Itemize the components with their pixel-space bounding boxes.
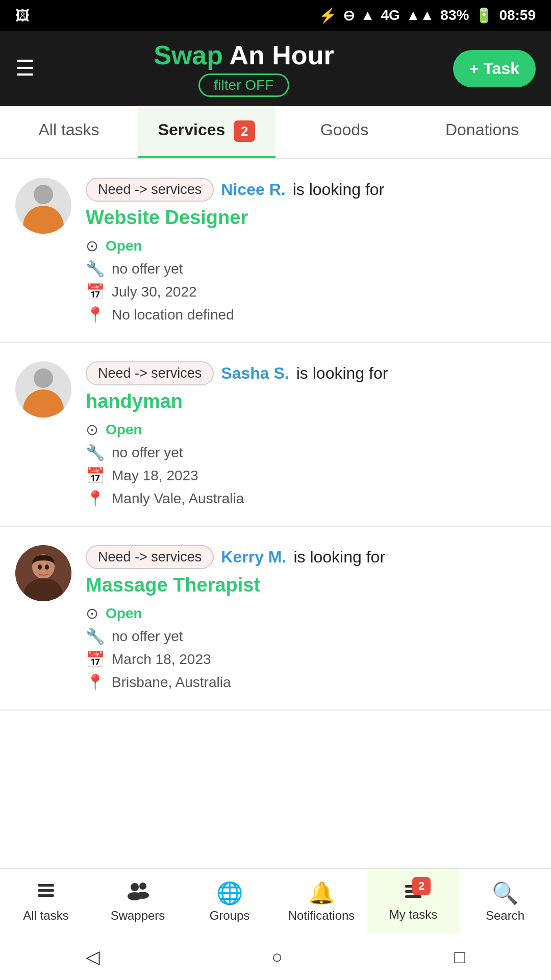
services-badge: 2 [234, 120, 255, 142]
task-title: Website Designer [86, 207, 536, 229]
clock-icon: ⊙ [86, 604, 98, 622]
dnd-icon: ⊖ [343, 7, 355, 24]
svg-rect-7 [38, 894, 54, 897]
task-title: Massage Therapist [86, 574, 536, 596]
nav-my-tasks[interactable]: 2 My tasks [367, 869, 459, 934]
notifications-icon: 🔔 [308, 880, 335, 905]
task-item[interactable]: Need -> services Nicee R. is looking for… [0, 159, 551, 343]
header-center: Swap An Hour filter OFF [154, 40, 334, 97]
looking-text: is looking for [293, 548, 385, 567]
user-name: Kerry M. [221, 548, 286, 567]
looking-text: is looking for [296, 364, 388, 383]
battery-icon: 🔋 [475, 7, 493, 24]
status-row: ⊙ Open [86, 604, 536, 622]
recent-button[interactable]: □ [454, 946, 465, 968]
date-row: 📅 March 18, 2023 [86, 650, 536, 668]
need-badge: Need -> services [86, 361, 214, 385]
svg-point-3 [38, 565, 42, 570]
app-title: Swap An Hour [154, 40, 334, 70]
avatar [15, 361, 71, 418]
task-item[interactable]: Need -> services Sasha S. is looking for… [0, 343, 551, 527]
nav-all-tasks[interactable]: All tasks [0, 869, 92, 934]
header: ☰ Swap An Hour filter OFF + Task [0, 31, 551, 106]
status-row: ⊙ Open [86, 237, 536, 255]
nav-notifications-label: Notifications [288, 909, 355, 923]
status-text: Open [106, 422, 142, 438]
date-row: 📅 July 30, 2022 [86, 283, 536, 301]
offer-row: 🔧 no offer yet [86, 627, 536, 645]
nav-search-label: Search [486, 909, 524, 923]
back-button[interactable]: ◁ [86, 946, 100, 968]
signal-text: 4G [381, 7, 400, 23]
svg-rect-14 [405, 895, 421, 898]
svg-rect-5 [38, 884, 54, 887]
title-rest: An Hour [223, 40, 334, 70]
tab-donations-label: Donations [445, 120, 519, 139]
bottom-nav: All tasks Swappers 🌐 Groups 🔔 Notificati… [0, 868, 551, 934]
nav-notifications[interactable]: 🔔 Notifications [276, 869, 367, 934]
all-tasks-icon [36, 880, 56, 905]
search-icon: 🔍 [492, 880, 518, 905]
android-nav-bar: ◁ ○ □ [0, 934, 551, 980]
tab-services[interactable]: Services 2 [138, 106, 276, 158]
user-name: Nicee R. [221, 180, 285, 199]
groups-icon: 🌐 [216, 880, 243, 905]
user-name: Sasha S. [221, 364, 289, 383]
svg-point-4 [45, 565, 49, 570]
nav-search[interactable]: 🔍 Search [459, 869, 551, 934]
photo-icon: 🖼 [15, 7, 30, 24]
tab-goods[interactable]: Goods [276, 106, 413, 158]
location-row: 📍 Brisbane, Australia [86, 673, 536, 691]
svg-rect-6 [38, 889, 54, 892]
battery-text: 83% [440, 7, 469, 23]
clock-icon: ⊙ [86, 421, 98, 438]
offer-row: 🔧 no offer yet [86, 260, 536, 278]
status-left: 🖼 [15, 7, 30, 24]
my-tasks-badge-container: 2 [403, 881, 423, 904]
home-button[interactable]: ○ [271, 946, 283, 968]
time: 08:59 [499, 7, 536, 23]
need-badge: Need -> services [86, 178, 214, 202]
status-bar: 🖼 ⚡ ⊖ ▲ 4G ▲▲ 83% 🔋 08:59 [0, 0, 551, 31]
my-tasks-badge: 2 [412, 877, 431, 895]
svg-point-11 [137, 892, 149, 899]
add-task-button[interactable]: + Task [453, 50, 536, 87]
location-icon: 📍 [86, 306, 105, 324]
location-text: Brisbane, Australia [112, 674, 231, 691]
menu-button[interactable]: ☰ [15, 58, 35, 79]
task-item[interactable]: Need -> services Kerry M. is looking for… [0, 527, 551, 710]
task-header-line: Need -> services Sasha S. is looking for [86, 361, 536, 385]
avatar [15, 545, 71, 601]
clock-icon: ⊙ [86, 237, 98, 255]
tab-all-tasks[interactable]: All tasks [0, 106, 138, 158]
status-text: Open [106, 605, 142, 622]
bluetooth-icon: ⚡ [319, 7, 337, 24]
task-meta: ⊙ Open 🔧 no offer yet 📅 July 30, 2022 📍 … [86, 237, 536, 324]
offer-text: no offer yet [112, 628, 183, 645]
filter-toggle[interactable]: filter OFF [198, 74, 290, 97]
wifi-icon: ▲ [361, 7, 375, 23]
task-title: handyman [86, 390, 536, 412]
status-text: Open [106, 238, 142, 254]
date-text: July 30, 2022 [112, 284, 197, 300]
task-list: Need -> services Nicee R. is looking for… [0, 159, 551, 710]
date-text: May 18, 2023 [112, 468, 198, 484]
task-content: Need -> services Sasha S. is looking for… [86, 361, 536, 507]
swappers-icon [127, 880, 149, 905]
task-content: Need -> services Kerry M. is looking for… [86, 545, 536, 691]
nav-groups[interactable]: 🌐 Groups [184, 869, 276, 934]
calendar-icon: 📅 [86, 650, 105, 668]
hammer-icon: 🔧 [86, 260, 105, 278]
location-row: 📍 No location defined [86, 306, 536, 324]
offer-text: no offer yet [112, 445, 183, 461]
offer-row: 🔧 no offer yet [86, 444, 536, 461]
location-text: Manly Vale, Australia [112, 491, 244, 507]
task-header-line: Need -> services Nicee R. is looking for [86, 178, 536, 202]
tab-bar: All tasks Services 2 Goods Donations [0, 106, 551, 159]
location-icon: 📍 [86, 489, 105, 507]
looking-text: is looking for [293, 180, 385, 199]
tab-donations[interactable]: Donations [413, 106, 551, 158]
nav-swappers[interactable]: Swappers [92, 869, 184, 934]
date-text: March 18, 2023 [112, 651, 211, 668]
status-right: ⚡ ⊖ ▲ 4G ▲▲ 83% 🔋 08:59 [319, 7, 536, 24]
